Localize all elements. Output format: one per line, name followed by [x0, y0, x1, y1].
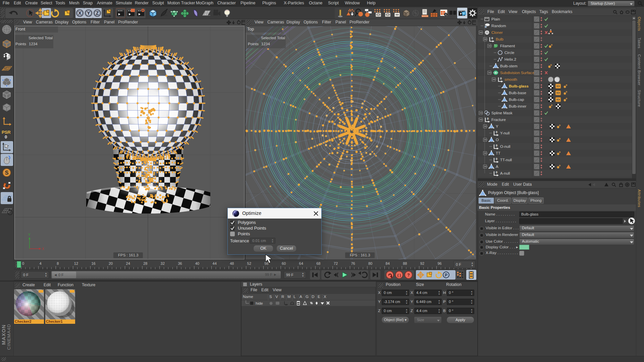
svg-text:Bulb-cap: Bulb-cap: [509, 98, 524, 102]
svg-text:Plain: Plain: [491, 17, 500, 21]
svg-text:Y: Y: [496, 124, 498, 128]
svg-text:12: 12: [74, 261, 78, 265]
svg-text:0: 0: [500, 77, 502, 80]
svg-text:Y: Y: [87, 10, 90, 16]
svg-text:20: 20: [109, 261, 113, 265]
svg-text:Y: Y: [28, 233, 31, 237]
svg-text:80: 80: [368, 261, 372, 265]
svg-text:PSR: PSR: [2, 130, 11, 135]
svg-text:52: 52: [247, 261, 251, 265]
svg-text:0: 0: [496, 130, 497, 134]
svg-text:S: S: [5, 170, 9, 176]
svg-text:96: 96: [437, 261, 441, 265]
svg-text:32: 32: [161, 261, 165, 265]
svg-text:76: 76: [351, 261, 355, 265]
svg-text:16: 16: [91, 261, 95, 265]
svg-text:X: X: [42, 247, 44, 251]
svg-text:O-null: O-null: [500, 144, 511, 148]
svg-text:0: 0: [496, 171, 497, 174]
svg-text:0: 0: [487, 117, 489, 120]
svg-text:P: P: [445, 273, 447, 278]
svg-text:Cloner: Cloner: [491, 31, 503, 35]
svg-text:Spline Mask: Spline Mask: [491, 111, 513, 115]
svg-text:40: 40: [195, 261, 199, 265]
svg-text:0: 0: [496, 157, 497, 161]
svg-text:MAXON: MAXON: [422, 15, 428, 17]
svg-text:24: 24: [126, 261, 130, 265]
svg-text:Bulb: Bulb: [496, 37, 503, 41]
svg-text:0: 0: [5, 134, 7, 139]
svg-text:0: 0: [22, 261, 24, 265]
svg-text:Random: Random: [491, 24, 506, 28]
svg-text:TT: TT: [496, 151, 500, 155]
svg-text:92: 92: [420, 261, 424, 265]
svg-text:64: 64: [299, 261, 303, 265]
svg-text:44: 44: [213, 261, 217, 265]
svg-text:68: 68: [316, 261, 320, 265]
svg-text:Circle: Circle: [504, 51, 514, 55]
svg-text:0: 0: [496, 144, 497, 147]
svg-text:Filament: Filament: [500, 44, 515, 48]
svg-text:hide: hide: [256, 301, 263, 305]
svg-text:36: 36: [178, 261, 182, 265]
svg-text:A: A: [496, 165, 498, 169]
svg-text:72: 72: [334, 261, 338, 265]
svg-text:Subdivision Surface: Subdivision Surface: [500, 71, 534, 75]
svg-text:smooth: smooth: [504, 77, 517, 81]
svg-text:Y-null: Y-null: [500, 131, 509, 135]
svg-text:60: 60: [282, 261, 286, 265]
svg-text:( ): ( ): [397, 273, 401, 277]
svg-text:Helix.2: Helix.2: [504, 57, 516, 61]
svg-text:O: O: [496, 138, 499, 142]
svg-text:?: ?: [407, 273, 410, 278]
svg-text:Z: Z: [96, 10, 99, 16]
svg-text:TT-null: TT-null: [500, 158, 512, 162]
svg-text:84: 84: [386, 261, 390, 265]
svg-text:X: X: [78, 10, 82, 16]
svg-text:48: 48: [230, 261, 234, 265]
svg-text:Bulb-base: Bulb-base: [509, 91, 526, 95]
svg-text:Bulb-inner: Bulb-inner: [509, 104, 527, 108]
svg-text:88: 88: [403, 261, 407, 265]
svg-text:4: 4: [40, 261, 42, 265]
svg-text:28: 28: [143, 261, 147, 265]
svg-text:0: 0: [445, 13, 446, 16]
svg-text:A-null: A-null: [500, 171, 510, 175]
svg-text:Fracture: Fracture: [491, 118, 506, 122]
svg-text:Bulb-glass: Bulb-glass: [509, 84, 529, 88]
svg-text:8: 8: [57, 261, 59, 265]
svg-text:Bulb-stem: Bulb-stem: [500, 64, 518, 68]
svg-text:0: 0: [491, 37, 493, 40]
